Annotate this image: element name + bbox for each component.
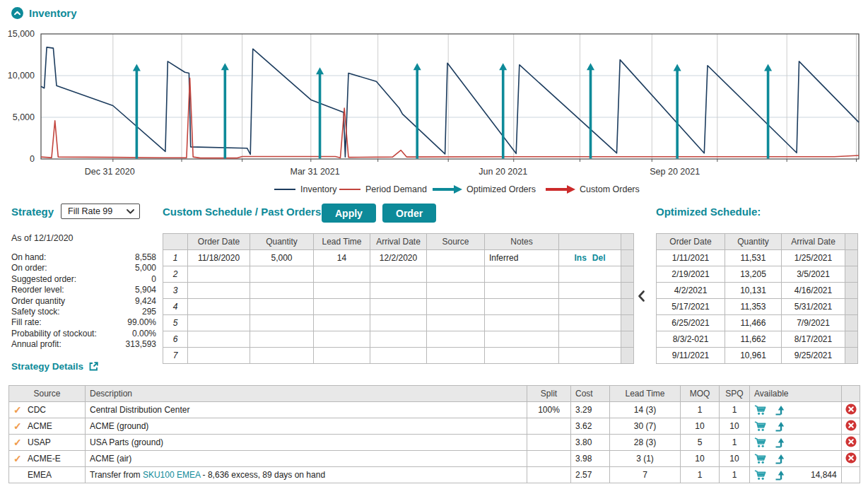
- notes-cell[interactable]: [485, 331, 559, 348]
- source-cell[interactable]: [427, 348, 485, 364]
- notes-cell[interactable]: [485, 299, 559, 315]
- sku-link[interactable]: SKU100 EMEA: [143, 470, 200, 480]
- optimized-scrollbar-track[interactable]: [845, 348, 858, 364]
- arrival-date-cell[interactable]: [370, 331, 427, 348]
- optimized-scrollbar-track[interactable]: [845, 315, 858, 331]
- quantity-cell[interactable]: [250, 315, 314, 331]
- arrival-date-cell[interactable]: [370, 266, 427, 283]
- quantity-cell[interactable]: [250, 266, 314, 283]
- order-date-cell[interactable]: [188, 331, 250, 348]
- remove-source-icon[interactable]: [845, 420, 857, 431]
- optimized-orders-arrow[interactable]: [414, 63, 421, 158]
- quantity-cell: 13,205: [725, 266, 782, 283]
- source-cell[interactable]: [427, 299, 485, 315]
- source-cell[interactable]: [427, 266, 485, 283]
- strategy-details-link[interactable]: Strategy Details: [11, 361, 156, 372]
- quantity-cell[interactable]: [250, 299, 314, 315]
- quantity-cell[interactable]: [250, 348, 314, 364]
- arrival-date-cell[interactable]: [370, 315, 427, 331]
- lead-time-cell[interactable]: [314, 283, 370, 299]
- lead-time-cell[interactable]: [314, 266, 370, 283]
- custom-scrollbar-track[interactable]: [621, 283, 634, 299]
- arrival-date-cell[interactable]: [370, 299, 427, 315]
- optimized-scrollbar-track[interactable]: [845, 250, 858, 266]
- remove-cell: [842, 435, 860, 451]
- notes-cell[interactable]: [485, 348, 559, 364]
- ship-upload-icon[interactable]: [775, 470, 785, 481]
- optimized-orders-arrow[interactable]: [764, 64, 772, 158]
- optimized-scrollbar-track[interactable]: [845, 266, 858, 283]
- inventory-chart: 05,00010,00015,000Dec 31 2020Mar 31 2021…: [0, 27, 868, 204]
- cart-icon[interactable]: [754, 454, 766, 464]
- row-actions-cell: InsDel: [559, 250, 621, 266]
- source-cell[interactable]: [427, 250, 485, 266]
- order-date-cell[interactable]: [188, 283, 250, 299]
- remove-source-icon[interactable]: [845, 452, 857, 464]
- order-date-cell[interactable]: 11/18/2020: [188, 250, 250, 266]
- description-cell: Central Distribution Center: [86, 402, 527, 418]
- remove-source-icon[interactable]: [845, 403, 857, 415]
- source-cell[interactable]: [427, 283, 485, 299]
- order-date-cell[interactable]: [188, 299, 250, 315]
- order-date-cell[interactable]: [188, 315, 250, 331]
- quantity-cell[interactable]: [250, 331, 314, 348]
- lead-time-cell[interactable]: [314, 331, 370, 348]
- cart-icon[interactable]: [754, 437, 766, 448]
- remove-source-icon[interactable]: [845, 436, 857, 447]
- order-date-cell[interactable]: [188, 348, 250, 364]
- optimized-orders-arrow[interactable]: [674, 64, 681, 158]
- source-cell[interactable]: [427, 331, 485, 348]
- optimized-orders-arrow[interactable]: [221, 63, 229, 158]
- ship-upload-icon[interactable]: [775, 437, 785, 448]
- optimized-schedule-row: 8/3/2-02111,6628/17/2021: [657, 331, 858, 348]
- notes-cell[interactable]: [485, 283, 559, 299]
- optimized-orders-arrow[interactable]: [316, 67, 324, 158]
- arrival-date-cell[interactable]: 12/2/2020: [370, 250, 427, 266]
- cart-icon[interactable]: [754, 421, 766, 432]
- custom-scrollbar-track[interactable]: [621, 315, 634, 331]
- lead-time-cell[interactable]: [314, 299, 370, 315]
- notes-cell[interactable]: Inferred: [485, 250, 559, 266]
- notes-cell[interactable]: [485, 266, 559, 283]
- ship-upload-icon[interactable]: [775, 454, 785, 464]
- source-cell[interactable]: [427, 315, 485, 331]
- optimized-orders-arrow[interactable]: [587, 63, 594, 158]
- cart-icon[interactable]: [754, 405, 766, 416]
- lead-time-cell[interactable]: 14: [314, 250, 370, 266]
- optimized-scrollbar-track[interactable]: [845, 299, 858, 315]
- del-row-link[interactable]: Del: [592, 253, 606, 263]
- source-row: ✓USAPUSA Parts (ground)3.8028 (3)51: [9, 435, 860, 451]
- custom-scrollbar-track[interactable]: [621, 250, 634, 266]
- custom-scrollbar-track[interactable]: [621, 266, 634, 283]
- collapse-section-icon[interactable]: [11, 7, 23, 19]
- custom-scrollbar-track[interactable]: [621, 331, 634, 348]
- order-button[interactable]: Order: [382, 204, 436, 223]
- lead-time-cell[interactable]: [314, 348, 370, 364]
- notes-cell[interactable]: [485, 315, 559, 331]
- quantity-cell[interactable]: 5,000: [250, 250, 314, 266]
- strategy-dropdown[interactable]: Fill Rate 99: [61, 204, 140, 219]
- custom-scrollbar-track[interactable]: [621, 299, 634, 315]
- row-actions-cell: [559, 348, 621, 364]
- quantity-cell[interactable]: [250, 283, 314, 299]
- ins-row-link[interactable]: Ins: [574, 253, 586, 263]
- lead-time-cell[interactable]: [314, 315, 370, 331]
- arrival-date-cell[interactable]: [370, 348, 427, 364]
- inventory-chart-svg: 05,00010,00015,000Dec 31 2020Mar 31 2021…: [0, 27, 868, 202]
- apply-button[interactable]: Apply: [322, 204, 376, 223]
- custom-scrollbar-track[interactable]: [621, 348, 634, 364]
- optimized-scrollbar-track[interactable]: [845, 283, 858, 299]
- optimized-orders-arrow[interactable]: [133, 64, 141, 158]
- sources-col-header: Source: [9, 386, 86, 402]
- description-text: - 8,636 excess, 89 days on hand: [200, 470, 325, 480]
- moq-cell: 10: [681, 451, 720, 467]
- arrival-date-cell[interactable]: [370, 283, 427, 299]
- description-cell: Transfer from SKU100 EMEA - 8,636 excess…: [86, 467, 527, 483]
- optimized-orders-arrow[interactable]: [499, 63, 507, 158]
- order-date-cell[interactable]: [188, 266, 250, 283]
- collapse-optimized-panel-chevron[interactable]: [638, 290, 645, 304]
- ship-upload-icon[interactable]: [775, 405, 785, 416]
- ship-upload-icon[interactable]: [775, 421, 785, 432]
- optimized-scrollbar-track[interactable]: [845, 331, 858, 348]
- cart-icon[interactable]: [754, 470, 766, 481]
